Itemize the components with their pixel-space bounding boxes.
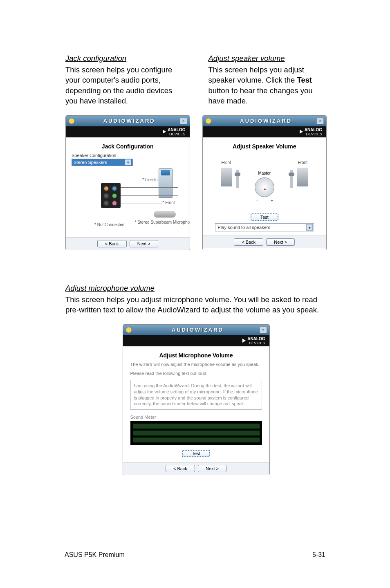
next-button[interactable]: Next > (130, 240, 158, 247)
mic-heading: Adjust Microphone Volume (129, 350, 264, 362)
chevron-down-icon[interactable]: ▾ (306, 224, 313, 231)
brand-arrow-icon (242, 339, 246, 343)
back-button[interactable]: < Back (234, 238, 263, 246)
brand-row: ANALOGDEVICES (66, 126, 190, 137)
speaker-left-icon (221, 168, 232, 186)
intro-columns: Jack configuration This screen helps you… (65, 53, 327, 106)
port-mic (112, 200, 117, 206)
wizards-row: AUDIOWIZARD × ANALOGDEVICES Jack Configu… (65, 115, 327, 250)
close-icon[interactable]: × (260, 327, 267, 333)
sound-icon (126, 326, 134, 334)
tag-front: * Front (162, 200, 175, 205)
knob-minus-icon: − + (256, 198, 273, 204)
next-button[interactable]: Next > (266, 238, 295, 246)
spk-body-a: This screen helps you adjust speaker vol… (208, 65, 304, 85)
speaker-intro-title: Adjust speaker volume (208, 53, 327, 64)
dialog-titlebar: AUDIOWIZARD × (203, 116, 327, 126)
mic-read-label: Please read the following text out loud. (130, 371, 262, 376)
dialog-footer: < Back Next > (66, 237, 190, 250)
dialog-titlebar: AUDIOWIZARD × (123, 325, 269, 335)
tag-line-in: * Line-In (142, 177, 157, 182)
speaker-config-value: Stereo Speakers (74, 160, 107, 165)
mic-body: Adjust Microphone Volume The wizard will… (123, 346, 269, 462)
dialog-title: AUDIOWIZARD (216, 118, 317, 124)
dialog-footer: < Back Next > (123, 462, 269, 475)
jack-config-dialog: AUDIOWIZARD × ANALOGDEVICES Jack Configu… (65, 115, 190, 250)
jack-body: Jack Configuration Speaker Configuration… (66, 137, 190, 237)
connector-line (121, 187, 178, 188)
spk-test-word: Test (297, 76, 312, 84)
brand-text: ANALOGDEVICES (305, 128, 322, 136)
master-volume-knob[interactable] (255, 177, 274, 197)
port-grey-1 (103, 193, 109, 199)
speaker-intro-body: This screen helps you adjust speaker vol… (208, 65, 327, 106)
test-button[interactable]: Test (182, 450, 210, 457)
brand-text: ANALOGDEVICES (168, 128, 185, 136)
front-right-label: Front (298, 160, 307, 165)
superbeam-mic-icon (154, 211, 176, 218)
speaker-heading: Adjust Speaker Volume (208, 141, 321, 153)
sound-meter-label: Sound Meter (130, 415, 262, 420)
front-left-slider[interactable] (236, 170, 239, 188)
speaker-intro: Adjust speaker volume This screen helps … (208, 53, 327, 106)
test-button[interactable]: Test (251, 213, 278, 221)
sound-icon (205, 117, 213, 125)
jack-intro-body: This screen helps you configure your com… (65, 65, 184, 106)
brand-text: ANALOGDEVICES (247, 337, 265, 345)
tag-superbeam: * Stereo Superbeam Microphone (135, 220, 180, 224)
close-icon[interactable]: × (316, 118, 324, 124)
mic-volume-dialog: AUDIOWIZARD × ANALOGDEVICES Adjust Micro… (123, 324, 270, 475)
spk-body-c: button to hear the changes you have made… (208, 86, 313, 105)
mic-intro-title: Adjust microphone volume (65, 283, 327, 294)
play-sound-select[interactable]: Play sound to all speakers ▾ (215, 223, 314, 231)
brand-arrow-icon (163, 130, 166, 134)
mic-intro: Adjust microphone volume This screen hel… (65, 283, 327, 315)
footer-page: 5-31 (312, 551, 325, 559)
port-front (112, 193, 117, 199)
speaker-config-label: Speaker Configuration: (72, 153, 184, 158)
back-button[interactable]: < Back (166, 465, 195, 472)
speaker-body: Adjust Speaker Volume Front Front Master… (203, 137, 327, 236)
port-line-in (112, 186, 117, 191)
next-button[interactable]: Next > (198, 465, 226, 472)
meter-bar (133, 438, 260, 442)
speaker-area: Front Front Master − + (208, 153, 321, 214)
front-left-label: Front (222, 160, 231, 165)
brand-row: ANALOGDEVICES (123, 335, 269, 346)
brand-row: ANALOGDEVICES (203, 126, 327, 137)
close-icon[interactable]: × (180, 118, 187, 124)
jack-diagram: * Line-In * Front * Not Connected * Ster… (72, 168, 184, 234)
jack-heading: Jack Configuration (72, 141, 184, 153)
pc-tower-icon (159, 168, 173, 198)
page-footer: ASUS P5K Premium 5-31 (65, 551, 325, 559)
port-grey-2 (103, 200, 109, 206)
mic-intro-body: This screen helps you adjust microphone … (65, 294, 327, 315)
dialog-footer: < Back Next > (203, 236, 327, 248)
speaker-config-select[interactable]: Stereo Speakers ▾ (72, 159, 133, 166)
dialog-title: AUDIOWIZARD (79, 118, 180, 124)
audio-port-panel (101, 183, 121, 208)
brand-arrow-icon (300, 130, 303, 134)
back-button[interactable]: < Back (97, 240, 127, 247)
chevron-down-icon[interactable]: ▾ (125, 159, 131, 165)
mic-subtext: The wizard will now adjust the microphon… (130, 362, 262, 367)
dialog-title: AUDIOWIZARD (136, 327, 260, 333)
tag-not-connected: * Not Connected (94, 222, 124, 227)
dialog-titlebar: AUDIOWIZARD × (66, 116, 190, 126)
sound-icon (68, 117, 76, 125)
mic-read-text: I am using the AudioWizard. During this … (130, 380, 262, 410)
speaker-volume-dialog: AUDIOWIZARD × ANALOGDEVICES Adjust Speak… (202, 115, 327, 250)
front-right-slider[interactable] (290, 170, 293, 188)
speaker-right-icon (297, 168, 308, 186)
connector-line (121, 195, 178, 196)
meter-bar (133, 431, 260, 435)
connector-line (121, 204, 161, 204)
jack-intro-title: Jack configuration (65, 53, 184, 64)
play-sound-value: Play sound to all speakers (218, 225, 270, 230)
jack-intro: Jack configuration This screen helps you… (65, 53, 184, 106)
sound-meter (130, 421, 262, 445)
mic-dialog-wrap: AUDIOWIZARD × ANALOGDEVICES Adjust Micro… (65, 324, 327, 475)
master-label: Master (258, 171, 271, 175)
meter-bar (133, 424, 260, 429)
footer-left: ASUS P5K Premium (65, 551, 125, 559)
